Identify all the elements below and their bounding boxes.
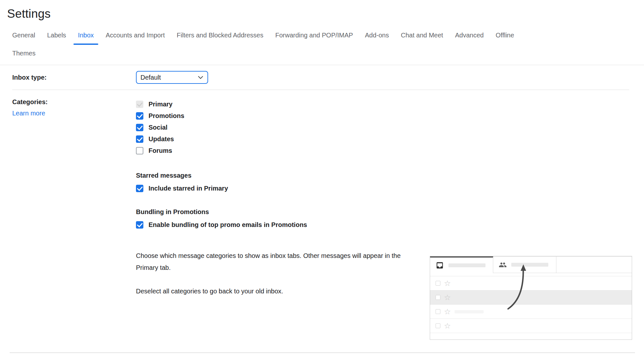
category-row-updates: Updates: [136, 133, 644, 145]
tab-offline[interactable]: Offline: [495, 32, 514, 39]
checkbox-social[interactable]: [136, 124, 143, 131]
learn-more-link[interactable]: Learn more: [12, 110, 45, 117]
settings-tabbar: General Labels Inbox Accounts and Import…: [12, 32, 644, 57]
bundling-option-row: Enable bundling of top promo emails in P…: [136, 219, 644, 231]
inbox-tabs-illustration: ☆ ☆ ☆ ☆: [430, 256, 632, 340]
inbox-type-label: Inbox type:: [12, 74, 47, 81]
inbox-type-content-col: Default: [136, 71, 644, 84]
starred-option-label: Include starred in Primary: [149, 185, 228, 192]
tabbar-row-2: Themes: [12, 50, 644, 57]
inbox-type-selected-value: Default: [140, 74, 161, 81]
checkbox-primary: [136, 101, 143, 108]
row-checkbox: [436, 323, 440, 328]
placeholder-bar: [455, 310, 484, 313]
category-label-promotions: Promotions: [149, 112, 184, 120]
inbox-type-row: Inbox type: Default: [0, 65, 644, 90]
illustration-tab-filler: [556, 256, 632, 273]
star-icon: ☆: [444, 323, 451, 328]
inbox-icon: [436, 261, 444, 270]
inbox-type-select[interactable]: Default: [136, 71, 208, 84]
placeholder-bar: [511, 263, 548, 267]
checkbox-promotions[interactable]: [136, 112, 143, 120]
tab-themes[interactable]: Themes: [12, 50, 35, 57]
category-row-forums: Forums: [136, 145, 644, 156]
categories-description: Choose which message categories to show …: [136, 250, 419, 297]
description-paragraph-1: Choose which message categories to show …: [136, 250, 419, 274]
tab-filters-and-blocked-addresses[interactable]: Filters and Blocked Addresses: [177, 32, 263, 39]
checkbox-forums[interactable]: [136, 147, 143, 154]
checkbox-enable-bundling[interactable]: [136, 221, 143, 229]
illustration-email-row: ☆: [430, 319, 632, 333]
row-checkbox: [436, 295, 440, 300]
tab-advanced[interactable]: Advanced: [455, 32, 484, 39]
starred-option-row: Include starred in Primary: [136, 182, 644, 194]
row-checkbox: [436, 281, 440, 286]
star-icon: ☆: [444, 281, 451, 286]
checkbox-include-starred[interactable]: [136, 185, 143, 192]
bundling-option-label: Enable bundling of top promo emails in P…: [149, 221, 307, 229]
bundling-heading: Bundling in Promotions: [136, 208, 644, 216]
illustration-email-row-highlighted: ☆: [430, 290, 632, 304]
category-checkbox-list: Primary Promotions Social Updates Forums: [136, 98, 644, 156]
category-label-social: Social: [149, 124, 168, 131]
categories-label: Categories:: [12, 98, 48, 105]
illustration-social-tab: [493, 256, 556, 273]
tab-chat-and-meet[interactable]: Chat and Meet: [401, 32, 443, 39]
bottom-divider: [10, 352, 635, 353]
category-row-social: Social: [136, 122, 644, 133]
category-row-promotions: Promotions: [136, 110, 644, 122]
tab-labels[interactable]: Labels: [47, 32, 66, 39]
illustration-tab-strip: [430, 256, 632, 273]
page-title: Settings: [7, 7, 644, 21]
illustration-email-row: ☆: [430, 276, 632, 290]
row-checkbox: [436, 309, 440, 314]
illustration-email-row: ☆: [430, 304, 632, 319]
category-label-forums: Forums: [149, 147, 172, 154]
star-icon: ☆: [444, 295, 451, 300]
tab-inbox[interactable]: Inbox: [78, 32, 94, 39]
tab-forwarding-and-pop-imap[interactable]: Forwarding and POP/IMAP: [275, 32, 353, 39]
inbox-type-label-col: Inbox type:: [0, 74, 136, 81]
tab-add-ons[interactable]: Add-ons: [365, 32, 389, 39]
placeholder-bar: [448, 263, 485, 267]
starred-messages-heading: Starred messages: [136, 172, 644, 179]
category-row-primary: Primary: [136, 98, 644, 110]
illustration-email-row-partial: [430, 333, 632, 337]
category-label-updates: Updates: [149, 135, 174, 143]
category-label-primary: Primary: [149, 101, 173, 108]
checkbox-updates[interactable]: [136, 135, 143, 143]
tabbar-row-1: General Labels Inbox Accounts and Import…: [12, 32, 644, 39]
chevron-down-icon: [198, 76, 203, 79]
tab-general[interactable]: General: [12, 32, 35, 39]
illustration-gap: [430, 273, 632, 276]
categories-label-col: Categories: Learn more: [0, 98, 136, 297]
tab-accounts-and-import[interactable]: Accounts and Import: [106, 32, 165, 39]
description-paragraph-2: Deselect all categories to go back to yo…: [136, 285, 419, 297]
illustration-active-tab: [430, 256, 493, 273]
star-icon: ☆: [444, 309, 451, 314]
people-icon: [499, 261, 507, 269]
